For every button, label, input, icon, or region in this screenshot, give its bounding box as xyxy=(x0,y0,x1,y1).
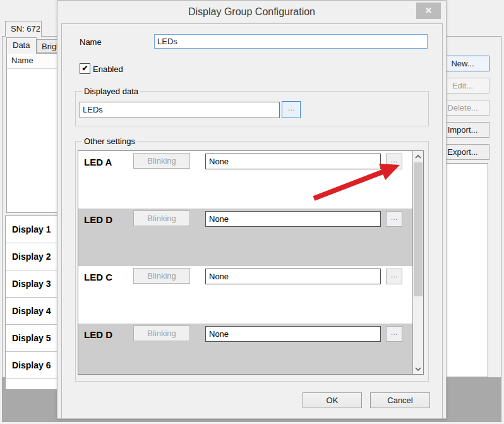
led-value-input[interactable]: None xyxy=(205,326,381,342)
table-row: LED D Blinking None ... xyxy=(78,324,412,375)
displayed-data-legend: Displayed data xyxy=(82,87,140,96)
scroll-up-icon[interactable] xyxy=(413,151,423,162)
led-name-label: LED D xyxy=(84,329,112,340)
led-name-label: LED A xyxy=(84,157,112,167)
tab-data[interactable]: Data xyxy=(6,37,37,54)
displayed-data-browse-button[interactable]: ... xyxy=(282,101,301,118)
led-browse-button[interactable]: ... xyxy=(386,211,402,227)
led-value-input[interactable]: None xyxy=(205,154,381,169)
close-icon[interactable]: ✕ xyxy=(416,3,441,19)
blinking-button[interactable]: Blinking xyxy=(133,153,190,169)
display-group-configuration-dialog: Display Group Configuration ✕ Name LEDs … xyxy=(57,0,447,419)
led-browse-button[interactable]: ... xyxy=(386,269,402,284)
led-browse-button[interactable]: ... xyxy=(386,326,402,342)
cancel-button[interactable]: Cancel xyxy=(370,392,430,408)
table-row: LED A Blinking None ... xyxy=(78,151,412,209)
led-browse-button[interactable]: ... xyxy=(386,154,402,169)
led-name-label: LED D xyxy=(84,214,112,225)
table-row: LED C Blinking None ... xyxy=(78,266,412,324)
led-rows: LED A Blinking None ... LED D Blinking N… xyxy=(78,151,412,375)
screen: { "window": { "sn_tab": "SN: 672", "tabs… xyxy=(0,0,504,424)
enabled-label: Enabled xyxy=(93,64,123,74)
scrollbar-thumb[interactable] xyxy=(414,162,423,296)
table-row: LED D Blinking None ... xyxy=(78,209,412,266)
blinking-button[interactable]: Blinking xyxy=(133,210,190,226)
scrollbar[interactable] xyxy=(412,151,423,374)
led-value-input[interactable]: None xyxy=(205,211,381,227)
blinking-button[interactable]: Blinking xyxy=(133,325,190,341)
ok-button[interactable]: OK xyxy=(303,392,362,408)
name-input[interactable]: LEDs xyxy=(154,34,428,49)
led-name-label: LED C xyxy=(84,272,112,282)
name-label: Name xyxy=(80,37,102,47)
blinking-button[interactable]: Blinking xyxy=(133,268,190,284)
scroll-down-icon[interactable] xyxy=(413,363,423,374)
enabled-checkbox[interactable]: ✔ xyxy=(80,63,90,74)
dialog-title: Display Group Configuration xyxy=(57,1,446,22)
led-settings-list[interactable]: LED A Blinking None ... LED D Blinking N… xyxy=(78,150,424,375)
led-value-input[interactable]: None xyxy=(205,269,381,284)
tab-sn-672[interactable]: SN: 672 xyxy=(5,21,42,37)
other-settings-legend: Other settings xyxy=(82,136,137,146)
displayed-data-input[interactable]: LEDs xyxy=(80,102,280,118)
